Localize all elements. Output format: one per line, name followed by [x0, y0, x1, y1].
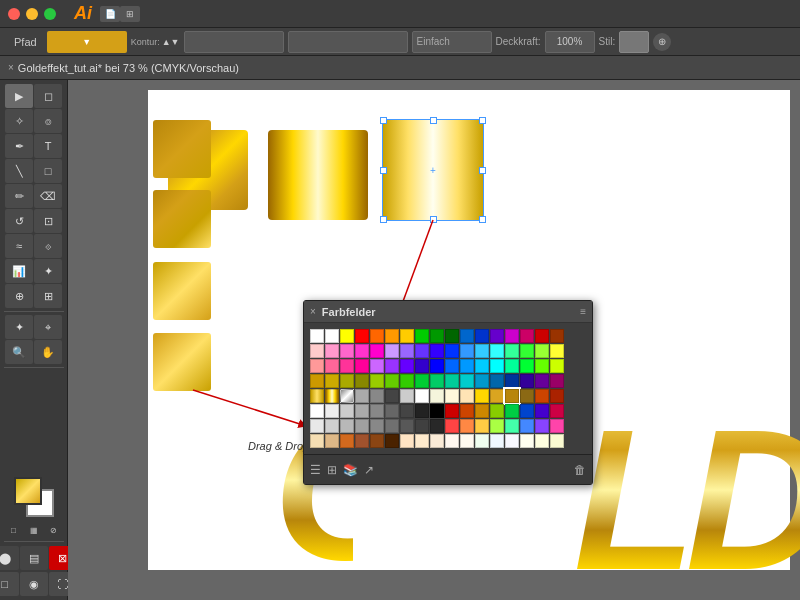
swatch-cell[interactable] [520, 344, 534, 358]
swatch-cell[interactable] [460, 419, 474, 433]
swatch-cell[interactable] [370, 329, 384, 343]
document-icon[interactable]: 📄 [100, 6, 120, 22]
swatch-cell[interactable] [520, 434, 534, 448]
delete-swatch-btn[interactable]: 🗑 [574, 463, 586, 477]
measure-tool[interactable]: ⌖ [34, 315, 62, 339]
swatch-cell[interactable] [475, 374, 489, 388]
graph-tool[interactable]: 📊 [5, 259, 33, 283]
swatch-cell[interactable] [310, 419, 324, 433]
swatch-cell[interactable] [475, 329, 489, 343]
swatch-cell[interactable] [520, 419, 534, 433]
handle-mr[interactable] [479, 167, 486, 174]
new-swatch-set-btn[interactable]: ☰ [310, 463, 321, 477]
swatch-cell[interactable] [400, 329, 414, 343]
swatch-cell[interactable] [445, 434, 459, 448]
swatch-cell[interactable] [370, 419, 384, 433]
swatch-cell[interactable] [535, 434, 549, 448]
mesh-tool[interactable]: ⊞ [34, 284, 62, 308]
swatch-cell[interactable] [310, 374, 324, 388]
symbol-tool[interactable]: ✦ [34, 259, 62, 283]
swatch-cell[interactable] [550, 374, 564, 388]
swatch-cell[interactable] [430, 344, 444, 358]
swatch-cell[interactable] [535, 329, 549, 343]
normal-mode-btn[interactable]: □ [0, 572, 19, 596]
close-button[interactable] [8, 8, 20, 20]
swatch-cell[interactable] [340, 359, 354, 373]
swatch-cell[interactable] [550, 329, 564, 343]
eyedropper-tool[interactable]: ✦ [5, 315, 33, 339]
pen-tool[interactable]: ✒ [5, 134, 33, 158]
swatch-cell[interactable] [430, 419, 444, 433]
scale-tool[interactable]: ⊡ [34, 209, 62, 233]
stroke-width-input[interactable] [184, 31, 284, 53]
swatch-cell[interactable] [370, 374, 384, 388]
gradient-tool[interactable]: ⊕ [5, 284, 33, 308]
swatch-cell[interactable] [325, 359, 339, 373]
swatch-cell[interactable] [475, 389, 489, 403]
deckkraft-value[interactable]: 100% [545, 31, 595, 53]
swatch-cell[interactable] [445, 344, 459, 358]
swatch-cell[interactable] [385, 359, 399, 373]
swatch-cell[interactable] [355, 374, 369, 388]
swatch-cell[interactable] [325, 434, 339, 448]
swatch-cell[interactable] [385, 374, 399, 388]
swatch-cell[interactable] [370, 389, 384, 403]
swatch-cell[interactable] [550, 404, 564, 418]
swatch-cell[interactable] [385, 404, 399, 418]
pfad-menu[interactable]: Pfad [8, 34, 43, 50]
swatch-cell[interactable] [445, 389, 459, 403]
handle-ml[interactable] [380, 167, 387, 174]
swatch-cell[interactable] [460, 434, 474, 448]
swatch-cell[interactable] [340, 329, 354, 343]
swatch-cell[interactable] [310, 329, 324, 343]
swatch-cell[interactable] [340, 434, 354, 448]
maximize-button[interactable] [44, 8, 56, 20]
swatch-cell[interactable] [355, 434, 369, 448]
color-mode-btn[interactable]: □ [5, 523, 23, 537]
swatch-cell[interactable] [505, 419, 519, 433]
swatch-cell[interactable] [415, 419, 429, 433]
swatch-cell[interactable] [460, 329, 474, 343]
swatch-cell[interactable] [340, 389, 354, 403]
swatch-library-btn[interactable]: 📚 [343, 463, 358, 477]
swatch-cell[interactable] [325, 419, 339, 433]
swatch-cell[interactable] [490, 344, 504, 358]
swatch-cell[interactable] [505, 389, 519, 403]
stroke-style-input[interactable] [288, 31, 408, 53]
swatch-cell[interactable] [430, 329, 444, 343]
preview-mode-btn[interactable]: ◉ [20, 572, 48, 596]
free-transform-tool[interactable]: ⟐ [34, 234, 62, 258]
swatch-cell[interactable] [445, 329, 459, 343]
swatch-cell[interactable] [475, 404, 489, 418]
swatch-cell[interactable] [430, 434, 444, 448]
swatch-cell[interactable] [550, 419, 564, 433]
swatch-cell[interactable] [400, 404, 414, 418]
swatch-cell[interactable] [310, 404, 324, 418]
swatch-cell[interactable] [415, 404, 429, 418]
swatch-cell[interactable] [340, 344, 354, 358]
swatch-cell[interactable] [535, 419, 549, 433]
swatch-cell[interactable] [490, 374, 504, 388]
swatch-cell[interactable] [325, 374, 339, 388]
swatch-cell[interactable] [505, 404, 519, 418]
swatch-cell[interactable] [340, 374, 354, 388]
swatch-cell[interactable] [415, 434, 429, 448]
swatch-cell[interactable] [400, 359, 414, 373]
swatch-cell[interactable] [505, 374, 519, 388]
swatch-cell[interactable] [325, 329, 339, 343]
swatch-cell[interactable] [310, 359, 324, 373]
rotate-tool[interactable]: ↺ [5, 209, 33, 233]
swatch-cell[interactable] [415, 344, 429, 358]
swatch-cell[interactable] [475, 344, 489, 358]
swatch-cell[interactable] [460, 344, 474, 358]
import-swatch-btn[interactable]: ↗ [364, 463, 374, 477]
swatch-cell[interactable] [415, 389, 429, 403]
einfach-select[interactable]: Einfach [412, 31, 492, 53]
gold-square-selected[interactable]: + [383, 120, 483, 220]
swatch-cell[interactable] [460, 389, 474, 403]
swatch-cell[interactable] [400, 389, 414, 403]
close-tab-btn[interactable]: × [8, 62, 14, 73]
swatch-cell[interactable] [355, 404, 369, 418]
swatch-cell[interactable] [445, 359, 459, 373]
swatch-cell[interactable] [490, 389, 504, 403]
